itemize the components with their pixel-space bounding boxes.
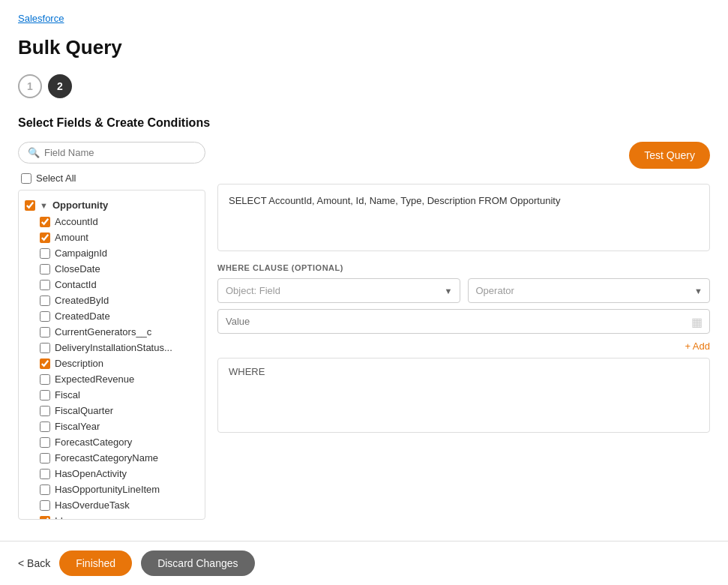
field-label: CurrentGenerators__c xyxy=(55,326,151,338)
field-label: CreatedById xyxy=(55,295,109,306)
section-title: Select Fields & Create Conditions xyxy=(18,116,710,130)
field-item: Description xyxy=(19,356,205,371)
field-checkbox-forecastcategory[interactable] xyxy=(40,437,50,448)
field-item: CurrentGenerators__c xyxy=(19,324,205,340)
field-checkbox-forecastcategoryname[interactable] xyxy=(40,453,50,464)
object-label: Opportunity xyxy=(52,200,108,211)
value-row: ▦ xyxy=(217,309,710,334)
field-item: FiscalQuarter xyxy=(19,403,205,418)
operator-wrapper: Operator ▼ xyxy=(468,278,711,303)
right-panel: Test Query SELECT AccountId, Amount, Id,… xyxy=(217,142,710,520)
field-checkbox-expectedrevenue[interactable] xyxy=(40,374,50,385)
field-label: Id xyxy=(55,515,63,520)
field-item: HasOpportunityLineItem xyxy=(19,482,205,497)
field-item: AccountId xyxy=(19,214,205,230)
main-content: 🔍 Select All ▼ Opportunity AccountIdAmou… xyxy=(18,142,710,520)
field-label: FiscalQuarter xyxy=(55,405,113,416)
field-label: FiscalYear xyxy=(55,421,100,432)
field-item: CreatedById xyxy=(19,292,205,308)
where-result: WHERE xyxy=(217,358,710,433)
field-checkbox-id[interactable] xyxy=(40,516,50,520)
operator-select[interactable]: Operator xyxy=(468,278,711,303)
value-input[interactable] xyxy=(217,309,710,334)
field-item: Id xyxy=(19,513,205,520)
field-checkbox-hasoverduetask[interactable] xyxy=(40,500,50,511)
field-label: Description xyxy=(55,358,103,369)
field-label: HasOpportunityLineItem xyxy=(55,484,160,495)
add-button[interactable]: + Add xyxy=(685,340,710,352)
where-clause-label: WHERE CLAUSE (OPTIONAL) xyxy=(217,263,710,272)
expand-icon: ▼ xyxy=(40,201,48,210)
field-label: Amount xyxy=(55,232,88,243)
field-item: ExpectedRevenue xyxy=(19,371,205,387)
fields-list: ▼ Opportunity AccountIdAmountCampaignIdC… xyxy=(18,190,205,520)
field-item: ContactId xyxy=(19,277,205,292)
search-icon: 🔍 xyxy=(28,147,40,158)
field-item: CloseDate xyxy=(19,261,205,277)
query-box: SELECT AccountId, Amount, Id, Name, Type… xyxy=(217,184,710,251)
field-label: ForecastCategoryName xyxy=(55,452,158,464)
select-all-row: Select All xyxy=(18,172,205,184)
field-checkbox-createddate[interactable] xyxy=(40,311,50,322)
field-label: CreatedDate xyxy=(55,310,110,322)
test-query-button[interactable]: Test Query xyxy=(629,142,710,169)
field-label: CampaignId xyxy=(55,248,107,259)
field-checkbox-hasopportunitylineitem[interactable] xyxy=(40,484,50,495)
step-2[interactable]: 2 xyxy=(48,74,72,98)
field-checkbox-deliveryinstallationstatus...[interactable] xyxy=(40,343,50,353)
field-item: CreatedDate xyxy=(19,308,205,324)
fields-container: AccountIdAmountCampaignIdCloseDateContac… xyxy=(19,214,205,520)
field-checkbox-closedate[interactable] xyxy=(40,264,50,274)
field-label: AccountId xyxy=(55,216,98,227)
step-1[interactable]: 1 xyxy=(18,74,42,98)
field-checkbox-amount[interactable] xyxy=(40,232,50,243)
field-checkbox-campaignid[interactable] xyxy=(40,248,50,259)
add-row: + Add xyxy=(217,340,710,352)
field-label: DeliveryInstallationStatus... xyxy=(55,342,172,353)
object-row[interactable]: ▼ Opportunity xyxy=(19,196,205,214)
field-checkbox-contactid[interactable] xyxy=(40,280,50,290)
search-box: 🔍 xyxy=(18,142,205,164)
field-checkbox-fiscalyear[interactable] xyxy=(40,422,50,432)
field-checkbox-hasopenactivity[interactable] xyxy=(40,469,50,479)
salesforce-breadcrumb[interactable]: Salesforce xyxy=(18,13,64,24)
field-item: HasOpenActivity xyxy=(19,466,205,482)
field-item: CampaignId xyxy=(19,245,205,261)
field-checkbox-description[interactable] xyxy=(40,358,50,369)
field-label: CloseDate xyxy=(55,263,100,274)
select-all-label: Select All xyxy=(36,172,76,184)
search-input[interactable] xyxy=(44,147,196,158)
where-row: Object: Field ▼ Operator ▼ xyxy=(217,278,710,303)
field-checkbox-fiscal[interactable] xyxy=(40,390,50,400)
field-checkbox-createdbyid[interactable] xyxy=(40,296,50,306)
field-item: ForecastCategory xyxy=(19,434,205,450)
variable-icon: ▦ xyxy=(691,314,703,328)
object-field-wrapper: Object: Field ▼ xyxy=(217,278,460,303)
field-label: ExpectedRevenue xyxy=(55,374,134,385)
field-checkbox-accountid[interactable] xyxy=(40,217,50,227)
field-item: Fiscal xyxy=(19,387,205,403)
field-item: FiscalYear xyxy=(19,418,205,434)
field-item: ForecastCategoryName xyxy=(19,450,205,466)
left-panel: 🔍 Select All ▼ Opportunity AccountIdAmou… xyxy=(18,142,205,520)
field-item: HasOverdueTask xyxy=(19,497,205,513)
page-title: Bulk Query xyxy=(18,36,710,59)
object-field-select[interactable]: Object: Field xyxy=(217,278,460,303)
field-label: HasOverdueTask xyxy=(55,500,130,511)
field-checkbox-currentgenerators__c[interactable] xyxy=(40,327,50,338)
field-label: ContactId xyxy=(55,279,97,290)
opportunity-checkbox[interactable] xyxy=(25,200,35,211)
field-checkbox-fiscalquarter[interactable] xyxy=(40,406,50,416)
field-item: Amount xyxy=(19,230,205,245)
field-item: DeliveryInstallationStatus... xyxy=(19,340,205,356)
steps-row: 1 2 xyxy=(18,74,710,98)
field-label: ForecastCategory xyxy=(55,436,132,448)
right-header: Test Query xyxy=(217,142,710,178)
select-all-checkbox[interactable] xyxy=(21,173,31,184)
field-label: HasOpenActivity xyxy=(55,468,127,479)
field-label: Fiscal xyxy=(55,389,80,400)
